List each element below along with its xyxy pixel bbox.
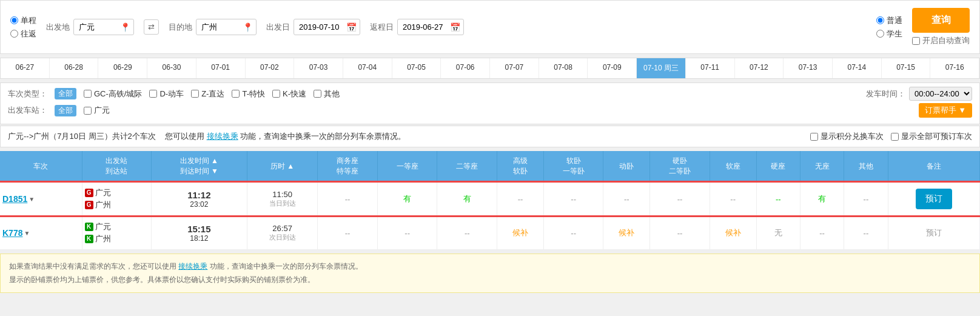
notice-transfer-link[interactable]: 接续换乘 (178, 262, 207, 271)
date-nav-item-16[interactable]: 07-13 (784, 58, 833, 78)
order-help-wrapper: 订票帮手 ▼ (919, 103, 972, 118)
cell-hardbed-1: -- (650, 216, 710, 250)
to-station-1: 广州 (95, 234, 111, 244)
filter-row-1: 车次类型： 全部 GC-高铁/城际 D-动车 Z-直达 T-特快 K-快速 其他… (8, 87, 972, 101)
expand-icon-1[interactable]: ▼ (24, 230, 30, 237)
train-no-link-0[interactable]: D1851 (2, 194, 27, 204)
right-panel: 普通 学生 查询 开启自动查询 (876, 8, 970, 46)
cell-business-0: -- (318, 182, 378, 216)
cell-noseat-1: -- (800, 216, 844, 250)
time-filter-group: 发车时间： 00:00--24:00 (866, 87, 972, 101)
cell-remark-0[interactable]: 预订 (888, 182, 979, 216)
cell-first-0[interactable]: 有 (377, 182, 437, 216)
return-wrapper: 📅 (397, 19, 464, 35)
arrive-time-1: 18:12 (154, 234, 244, 243)
summary-right-opts: 显示积分兑换车次 显示全部可预订车次 (810, 131, 972, 142)
duration-1: 26:57 (250, 224, 315, 233)
cell-noseat-0[interactable]: 有 (800, 182, 844, 216)
date-nav-item-1[interactable]: 06-28 (50, 58, 99, 78)
order-help-button[interactable]: 订票帮手 ▼ (919, 103, 972, 118)
guangyuan-station-check[interactable]: 广元 (84, 105, 110, 116)
th-second: 二等座 (437, 151, 497, 182)
cell-other-0: -- (844, 182, 888, 216)
cell-hardseat-1: 无 (756, 216, 800, 250)
other-type-check[interactable]: 其他 (314, 89, 340, 99)
cell-business-1: -- (318, 216, 378, 250)
depart-station-label: 出发车站： (8, 105, 47, 116)
date-nav-item-7[interactable]: 07-04 (343, 58, 392, 78)
th-high-soft-bed: 高级软卧 (497, 151, 544, 182)
train-no-link-1[interactable]: K778 (2, 228, 22, 238)
t-check[interactable]: T-特快 (232, 89, 265, 99)
auto-query-checkbox[interactable]: 开启自动查询 (912, 35, 970, 46)
from-icon-0: G (85, 189, 93, 197)
date-nav-item-2[interactable]: 06-29 (98, 58, 147, 78)
expand-icon-0[interactable]: ▼ (29, 196, 35, 203)
normal-ticket-radio[interactable]: 普通 (876, 15, 902, 26)
th-hard-seat: 硬座 (756, 151, 800, 182)
depart-time-0: 11:12 (154, 190, 244, 200)
show-all-label[interactable]: 显示全部可预订车次 (891, 131, 972, 142)
d-check[interactable]: D-动车 (149, 89, 184, 99)
depart-time-select[interactable]: 00:00--24:00 (909, 87, 972, 101)
arrive-note-0: 当日到达 (250, 199, 315, 208)
cell-softbed-0: -- (543, 182, 603, 216)
date-nav-item-14[interactable]: 07-11 (686, 58, 735, 78)
date-nav-item-19[interactable]: 07-16 (930, 58, 979, 78)
swap-button[interactable]: ⇄ (144, 19, 159, 35)
table-row: D1851 ▼ G广元 G广州 11:12 23:02 11:50 当日到达 -… (0, 182, 980, 216)
date-nav-item-18[interactable]: 07-15 (882, 58, 931, 78)
filter-row-2: 出发车站： 全部 广元 订票帮手 ▼ (8, 103, 972, 118)
th-business: 商务座特等座 (318, 151, 378, 182)
cell-dynbed-1: 候补 (603, 216, 650, 250)
book-button-0[interactable]: 预订 (916, 189, 952, 209)
date-nav-item-15[interactable]: 07-12 (735, 58, 784, 78)
student-ticket-radio[interactable]: 学生 (876, 29, 902, 39)
date-nav-item-17[interactable]: 07-14 (833, 58, 882, 78)
date-nav-item-11[interactable]: 07-08 (539, 58, 588, 78)
cell-highsoftbed-0: -- (497, 182, 544, 216)
search-button[interactable]: 查询 (912, 8, 970, 33)
cell-remark-1[interactable]: 预订 (888, 216, 979, 250)
th-train-no: 车次 (0, 151, 82, 182)
cell-times-1: 15:15 18:12 (151, 216, 247, 250)
th-remark: 备注 (888, 151, 979, 182)
k-check[interactable]: K-快速 (272, 89, 306, 99)
to-icon-0: G (85, 201, 93, 209)
from-station-0: 广元 (95, 187, 111, 198)
return-label: 返程日 (370, 22, 394, 33)
date-nav-item-4[interactable]: 07-01 (196, 58, 246, 78)
book-link-1[interactable]: 预订 (926, 228, 942, 237)
date-nav-item-12[interactable]: 07-09 (588, 58, 637, 78)
all-train-type-tag[interactable]: 全部 (55, 88, 76, 99)
th-times: 出发时间 ▲到达时间 ▼ (151, 151, 247, 182)
route-summary: 广元-->广州（7月10日 周三）共计2个车次 (8, 131, 156, 142)
transfer-info: 您可以使用 接续换乘 功能，查询途中换乘一次的部分列车余票情况。 (161, 131, 406, 142)
ticket-type-group: 普通 学生 (876, 15, 902, 39)
date-nav-item-6[interactable]: 07-03 (294, 58, 343, 78)
th-hard-bed: 硬卧二等卧 (650, 151, 710, 182)
date-nav-item-10[interactable]: 07-07 (490, 58, 539, 78)
z-check[interactable]: Z-直达 (191, 89, 224, 99)
gc-check[interactable]: GC-高铁/城际 (84, 89, 142, 99)
to-wrapper: 📍 (196, 19, 257, 35)
notice-line1: 如果查询结果中没有满足需求的车次，您还可以使用 接续换乘 功能，查询途中换乘一次… (9, 260, 971, 274)
duration-0: 11:50 (250, 190, 315, 199)
date-nav-item-13[interactable]: 07-10 周三 (637, 58, 686, 78)
date-nav-item-0[interactable]: 06-27 (1, 58, 50, 78)
date-nav-item-8[interactable]: 07-05 (392, 58, 441, 78)
date-nav-item-9[interactable]: 07-06 (441, 58, 490, 78)
cell-train-no-1: K778 ▼ (0, 216, 82, 250)
date-nav: 06-2706-2806-2906-3007-0107-0207-0307-04… (0, 58, 980, 79)
train-table: 车次 出发站到达站 出发时间 ▲到达时间 ▼ 历时 ▲ 商务座特等座 一等座 二… (0, 151, 980, 250)
round-trip-radio[interactable]: 往返 (10, 29, 36, 39)
from-wrapper: 📍 (73, 19, 134, 35)
date-nav-item-3[interactable]: 06-30 (147, 58, 196, 78)
search-bar: 单程 往返 出发地 📍 ⇄ 目的地 📍 出发日 📅 返程日 📅 (0, 0, 980, 54)
show-exchange-label[interactable]: 显示积分兑换车次 (810, 131, 884, 142)
all-station-tag[interactable]: 全部 (55, 105, 76, 116)
date-nav-item-5[interactable]: 07-02 (246, 58, 295, 78)
cell-second-0[interactable]: 有 (437, 182, 497, 216)
transfer-link[interactable]: 接续换乘 (207, 132, 238, 141)
single-trip-radio[interactable]: 单程 (10, 15, 36, 26)
